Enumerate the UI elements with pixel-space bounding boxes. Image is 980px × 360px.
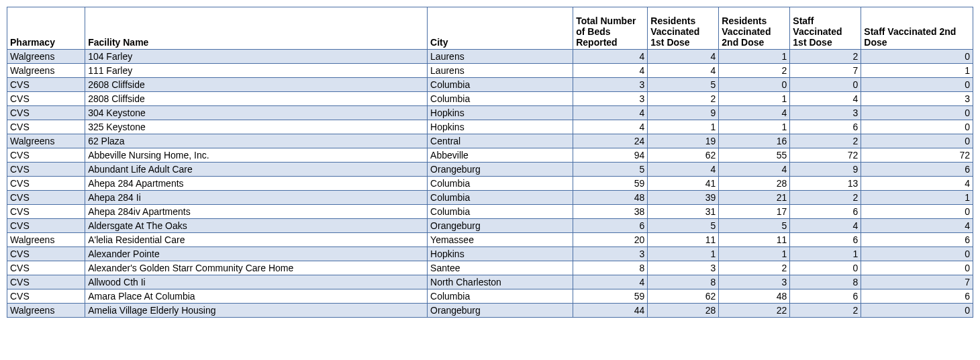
cell-staff-2nd: 0: [861, 261, 973, 275]
cell-residents-1st: 1: [648, 247, 719, 261]
cell-residents-1st: 3: [648, 261, 719, 275]
table-body: Walgreens104 FarleyLaurens44120Walgreens…: [7, 50, 973, 318]
cell-beds: 3: [573, 92, 648, 106]
cell-city: Santee: [428, 261, 573, 275]
table-row: CVSAbbeville Nursing Home, Inc.Abbeville…: [7, 148, 973, 163]
cell-staff-1st: 9: [790, 163, 861, 177]
cell-staff-2nd: 6: [861, 163, 973, 177]
cell-pharmacy: CVS: [7, 247, 85, 261]
cell-residents-2nd: 4: [719, 163, 790, 177]
cell-staff-1st: 13: [790, 177, 861, 191]
table-row: CVSAllwood Cth IiNorth Charleston48387: [7, 275, 973, 289]
cell-pharmacy: Walgreens: [7, 304, 85, 318]
cell-facility: Ahepa 284 Ii: [85, 191, 428, 205]
cell-staff-2nd: 0: [861, 50, 973, 64]
table-row: CVS325 KeystoneHopkins41160: [7, 120, 973, 134]
table-row: CVSAlexander's Golden Starr Community Ca…: [7, 261, 973, 275]
cell-residents-1st: 4: [648, 50, 719, 64]
table-row: Walgreens62 PlazaCentral24191620: [7, 134, 973, 148]
cell-beds: 4: [573, 50, 648, 64]
cell-city: North Charleston: [428, 275, 573, 289]
cell-city: Columbia: [428, 191, 573, 205]
cell-pharmacy: CVS: [7, 78, 85, 92]
cell-staff-1st: 2: [790, 50, 861, 64]
table-row: CVSAmara Place At ColumbiaColumbia596248…: [7, 289, 973, 304]
cell-city: Orangeburg: [428, 163, 573, 177]
cell-facility: 62 Plaza: [85, 134, 428, 148]
cell-beds: 8: [573, 261, 648, 275]
cell-staff-2nd: 0: [861, 247, 973, 261]
header-beds: Total Number of Beds Reported: [573, 7, 648, 50]
cell-staff-2nd: 72: [861, 148, 973, 163]
cell-residents-1st: 2: [648, 92, 719, 106]
cell-residents-2nd: 2: [719, 64, 790, 78]
cell-facility: Aldersgate At The Oaks: [85, 219, 428, 233]
table-row: CVSAldersgate At The OaksOrangeburg65544: [7, 219, 973, 233]
cell-beds: 38: [573, 205, 648, 219]
cell-pharmacy: Walgreens: [7, 64, 85, 78]
table-row: CVS2608 CliffsideColumbia35000: [7, 78, 973, 92]
table-header-row: Pharmacy Facility Name City Total Number…: [7, 7, 973, 50]
cell-residents-1st: 1: [648, 120, 719, 134]
cell-residents-2nd: 1: [719, 247, 790, 261]
cell-residents-2nd: 21: [719, 191, 790, 205]
cell-staff-1st: 2: [790, 191, 861, 205]
cell-beds: 24: [573, 134, 648, 148]
cell-residents-2nd: 1: [719, 92, 790, 106]
table-row: WalgreensA'lelia Residential CareYemasse…: [7, 233, 973, 247]
cell-facility: 325 Keystone: [85, 120, 428, 134]
cell-residents-1st: 11: [648, 233, 719, 247]
cell-staff-2nd: 1: [861, 191, 973, 205]
cell-pharmacy: CVS: [7, 205, 85, 219]
cell-city: Laurens: [428, 50, 573, 64]
cell-beds: 4: [573, 120, 648, 134]
cell-staff-2nd: 0: [861, 134, 973, 148]
cell-beds: 3: [573, 78, 648, 92]
cell-staff-1st: 0: [790, 261, 861, 275]
table-row: Walgreens111 FarleyLaurens44271: [7, 64, 973, 78]
cell-facility: Ahepa 284iv Apartments: [85, 205, 428, 219]
cell-beds: 94: [573, 148, 648, 163]
cell-residents-2nd: 5: [719, 219, 790, 233]
cell-residents-2nd: 0: [719, 78, 790, 92]
cell-staff-2nd: 6: [861, 233, 973, 247]
cell-pharmacy: CVS: [7, 120, 85, 134]
cell-pharmacy: CVS: [7, 289, 85, 304]
cell-residents-1st: 41: [648, 177, 719, 191]
header-facility: Facility Name: [85, 7, 428, 50]
cell-staff-1st: 6: [790, 289, 861, 304]
cell-pharmacy: Walgreens: [7, 233, 85, 247]
cell-staff-2nd: 4: [861, 177, 973, 191]
table-row: CVS304 KeystoneHopkins49430: [7, 106, 973, 120]
cell-facility: 304 Keystone: [85, 106, 428, 120]
table-row: CVS2808 CliffsideColumbia32143: [7, 92, 973, 106]
cell-facility: 111 Farley: [85, 64, 428, 78]
cell-residents-2nd: 55: [719, 148, 790, 163]
cell-residents-2nd: 22: [719, 304, 790, 318]
cell-beds: 3: [573, 247, 648, 261]
cell-staff-1st: 8: [790, 275, 861, 289]
cell-staff-1st: 7: [790, 64, 861, 78]
cell-city: Columbia: [428, 205, 573, 219]
cell-residents-2nd: 3: [719, 275, 790, 289]
cell-residents-2nd: 11: [719, 233, 790, 247]
cell-staff-1st: 6: [790, 233, 861, 247]
cell-residents-1st: 62: [648, 148, 719, 163]
header-city: City: [428, 7, 573, 50]
cell-facility: A'lelia Residential Care: [85, 233, 428, 247]
cell-staff-2nd: 1: [861, 64, 973, 78]
cell-staff-2nd: 0: [861, 205, 973, 219]
vaccination-table: Pharmacy Facility Name City Total Number…: [7, 7, 973, 318]
cell-staff-1st: 0: [790, 78, 861, 92]
cell-residents-2nd: 1: [719, 120, 790, 134]
cell-residents-1st: 4: [648, 163, 719, 177]
cell-residents-1st: 9: [648, 106, 719, 120]
cell-staff-1st: 2: [790, 304, 861, 318]
cell-residents-1st: 4: [648, 64, 719, 78]
cell-residents-1st: 31: [648, 205, 719, 219]
cell-beds: 59: [573, 177, 648, 191]
cell-residents-1st: 5: [648, 78, 719, 92]
cell-staff-1st: 3: [790, 106, 861, 120]
cell-staff-2nd: 7: [861, 275, 973, 289]
cell-beds: 44: [573, 304, 648, 318]
